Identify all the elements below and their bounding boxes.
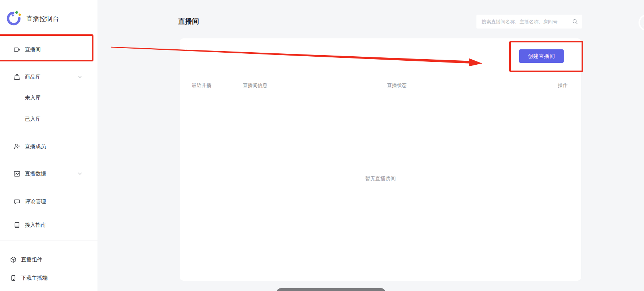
chart-icon — [14, 170, 20, 177]
sidebar-item-live-data[interactable]: 直播数据 — [0, 166, 97, 181]
sidebar: 直播控制台 直播间 商品库 未入库 已入库 — [0, 0, 97, 291]
sidebar-item-download-anchor-client[interactable]: 下载主播端 — [0, 271, 97, 285]
search-icon[interactable] — [572, 19, 578, 24]
sidebar-item-label: 商品库 — [25, 73, 41, 80]
sidebar-item-label: 直播成员 — [25, 143, 46, 150]
sidebar-item-not-stocked[interactable]: 未入库 — [0, 90, 97, 105]
sidebar-item-label: 下载主播端 — [21, 275, 48, 281]
column-header-live-status: 直播状态 — [387, 82, 407, 89]
sidebar-divider — [0, 241, 97, 241]
brand-name: 直播控制台 — [26, 14, 59, 23]
column-header-room-info: 直播间信息 — [243, 82, 268, 89]
sidebar-item-label: 直播组件 — [21, 256, 42, 263]
create-live-room-button[interactable]: 创建直播间 — [519, 49, 564, 63]
empty-state-text: 暂无直播房间 — [180, 175, 581, 182]
bottom-toast — [276, 288, 386, 291]
sidebar-subitem-label: 未入库 — [25, 94, 41, 101]
live-room-card: 创建直播间 最近开播 直播间信息 直播状态 操作 暂无直播房间 — [180, 38, 581, 281]
sidebar-item-stocked[interactable]: 已入库 — [0, 112, 97, 126]
video-camera-icon — [14, 46, 20, 53]
sidebar-subitem-label: 已入库 — [25, 116, 41, 122]
column-header-recent-broadcast: 最近开播 — [192, 82, 211, 89]
page-title: 直播间 — [178, 17, 199, 26]
close-floating-button[interactable] — [635, 12, 644, 34]
chevron-down-icon[interactable] — [77, 171, 83, 176]
sidebar-item-live-room[interactable]: 直播间 — [0, 42, 97, 57]
shopping-bag-icon — [14, 73, 20, 80]
search-box — [476, 15, 582, 29]
app-logo-icon — [5, 10, 22, 27]
sidebar-item-comment-management[interactable]: 评论管理 — [0, 194, 97, 209]
sidebar-item-live-components[interactable]: 直播组件 — [0, 252, 97, 267]
phone-icon — [10, 275, 17, 281]
table-header-row: 最近开播 直播间信息 直播状态 操作 — [189, 80, 571, 92]
sidebar-item-access-guide[interactable]: 接入指南 — [0, 218, 97, 232]
sidebar-item-label: 接入指南 — [25, 222, 46, 228]
sidebar-item-label: 直播数据 — [25, 170, 46, 177]
sidebar-item-product-library[interactable]: 商品库 — [0, 69, 97, 84]
sidebar-item-label: 评论管理 — [25, 198, 46, 205]
sidebar-item-live-members[interactable]: 直播成员 — [0, 139, 97, 154]
chevron-down-icon[interactable] — [77, 74, 83, 79]
member-person-icon — [14, 143, 20, 150]
sidebar-item-label: 直播间 — [25, 46, 41, 53]
brand: 直播控制台 — [5, 10, 59, 27]
column-header-actions: 操作 — [558, 82, 568, 89]
search-input[interactable] — [476, 15, 582, 29]
cube-icon — [10, 256, 17, 263]
guide-book-icon — [14, 222, 20, 228]
comment-bubble-icon — [14, 198, 20, 205]
